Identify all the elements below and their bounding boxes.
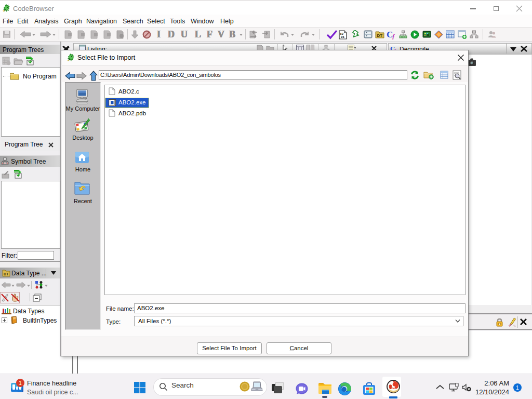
svg-text:01: 01 — [341, 35, 345, 39]
svg-text:f: f — [392, 33, 395, 39]
svg-text:DT: DT — [4, 272, 9, 276]
svg-text:DT: DT — [377, 33, 383, 38]
